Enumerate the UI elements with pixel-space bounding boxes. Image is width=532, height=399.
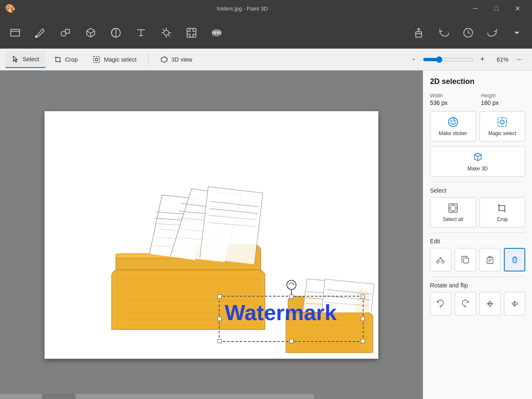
handle-top-middle[interactable] <box>289 295 294 299</box>
right-panel: 2D selection Width 536 px Height 160 px <box>423 70 532 399</box>
svg-rect-27 <box>464 258 469 263</box>
watermark-selection[interactable]: Watermark <box>219 296 364 342</box>
crop-panel-label: Crop <box>497 216 508 222</box>
rotate-handle[interactable] <box>286 280 296 290</box>
select-section-label: Select <box>430 187 525 194</box>
shapes-button[interactable] <box>54 20 77 45</box>
maximize-button[interactable]: □ <box>487 2 506 15</box>
make-sticker-label: Make sticker <box>439 130 467 136</box>
handle-bottom-right[interactable] <box>361 339 365 343</box>
rotate-right-button[interactable] <box>455 292 476 316</box>
cut-button[interactable] <box>430 248 451 271</box>
crop-panel-button[interactable]: Crop <box>480 197 526 227</box>
divider-1 <box>430 182 525 182</box>
handle-bottom-left[interactable] <box>218 339 222 343</box>
handle-bottom-middle[interactable] <box>289 339 294 343</box>
svg-rect-24 <box>500 206 505 211</box>
handle-top-right[interactable] <box>361 295 365 299</box>
magic-select-button[interactable]: Magic select <box>86 51 143 68</box>
zoom-in-button[interactable]: + <box>477 54 488 65</box>
svg-point-13 <box>95 58 98 61</box>
text-button[interactable] <box>129 20 153 45</box>
rotate-section-label: Rotate and flip <box>430 282 525 289</box>
rotate-left-button[interactable] <box>430 292 451 316</box>
handle-middle-right[interactable] <box>361 317 365 321</box>
paste-button[interactable] <box>480 248 501 271</box>
handle-middle-left[interactable] <box>218 317 222 321</box>
select-all-label: Select all <box>443 216 463 222</box>
window-title: folders.jpg - Paint 3D <box>19 5 466 12</box>
zoom-control: - + 61% ··· <box>408 52 527 67</box>
flip-vertical-button[interactable] <box>480 292 501 316</box>
close-button[interactable]: ✕ <box>508 2 527 15</box>
svg-point-7 <box>212 30 221 36</box>
height-field: Height 160 px <box>481 93 526 106</box>
svg-point-5 <box>164 30 169 35</box>
zoom-out-button[interactable]: - <box>408 54 419 65</box>
3d-view-label: 3D view <box>171 56 192 63</box>
sticker-button[interactable] <box>104 20 128 45</box>
make-sticker-button[interactable]: Make sticker <box>430 111 476 141</box>
canvas-button[interactable] <box>180 20 203 45</box>
width-label: Width <box>430 93 474 99</box>
secondary-toolbar: Select Crop Magic select 3D view - + 61%… <box>0 49 532 70</box>
svg-point-1 <box>35 36 37 38</box>
magic-select-panel-label: Magic select <box>488 130 516 136</box>
edit-grid <box>430 248 525 271</box>
svg-rect-6 <box>187 28 196 37</box>
handle-top-left[interactable] <box>218 295 222 299</box>
undo-button[interactable] <box>432 20 456 45</box>
divider-3 <box>430 276 525 277</box>
brushes-button[interactable] <box>29 20 52 45</box>
window-controls: ─ □ ✕ <box>466 2 527 15</box>
svg-point-26 <box>442 261 444 263</box>
svg-rect-22 <box>449 204 457 212</box>
magic-select-panel-button[interactable]: Magic select <box>480 111 526 141</box>
svg-point-18 <box>454 120 455 122</box>
redo-button[interactable] <box>481 20 504 45</box>
watermark-text: Watermark <box>220 297 363 329</box>
select-tool-button[interactable]: Select <box>5 51 46 68</box>
crop-tool-button[interactable]: Crop <box>47 51 84 68</box>
svg-point-25 <box>437 261 439 263</box>
minimize-button[interactable]: ─ <box>466 2 485 15</box>
width-value: 536 px <box>430 99 474 106</box>
svg-rect-12 <box>94 57 100 63</box>
effects-button[interactable] <box>155 20 178 45</box>
select-all-button[interactable]: Select all <box>430 197 476 227</box>
more-options-button[interactable]: ··· <box>512 52 527 67</box>
select-grid: Select all Crop <box>430 197 525 227</box>
horizontal-scrollbar[interactable] <box>0 394 314 399</box>
toolbar-strip <box>0 17 532 49</box>
title-bar: 🎨 folders.jpg - Paint 3D ─ □ ✕ <box>0 0 532 17</box>
zoom-slider[interactable] <box>423 56 473 63</box>
panel-title: 2D selection <box>430 77 525 86</box>
make-3d-label: Make 3D <box>467 166 487 172</box>
make-3d-button[interactable]: Make 3D <box>430 146 525 177</box>
app-icon: 🎨 <box>5 3 16 13</box>
select-label: Select <box>23 56 39 63</box>
3d-view-button[interactable]: 3D view <box>154 51 199 68</box>
canvas-wrapper: Watermark <box>45 111 378 359</box>
svg-point-17 <box>451 120 452 122</box>
height-label: Height <box>481 93 526 99</box>
width-field: Width 536 px <box>430 93 474 106</box>
flip-horizontal-button[interactable] <box>504 292 525 316</box>
rotate-grid <box>430 292 525 316</box>
zoom-percentage: 61% <box>492 56 508 63</box>
copy-button[interactable] <box>455 248 476 271</box>
3d-shapes-button[interactable] <box>79 20 102 45</box>
divider-2 <box>430 232 525 233</box>
history-button[interactable] <box>456 20 480 45</box>
delete-button[interactable] <box>504 248 525 271</box>
mixed-reality-button[interactable] <box>205 20 228 45</box>
edit-section-label: Edit <box>430 238 525 245</box>
share-button[interactable] <box>407 20 430 45</box>
canvas-area[interactable]: Watermark <box>0 70 423 399</box>
main-content: Watermark 2D selection Width 536 px Heig… <box>0 70 532 399</box>
open-button[interactable] <box>3 20 27 45</box>
more-toolbar-button[interactable] <box>505 20 529 45</box>
svg-rect-23 <box>451 206 456 211</box>
svg-rect-0 <box>11 29 20 36</box>
crop-label: Crop <box>65 56 78 63</box>
